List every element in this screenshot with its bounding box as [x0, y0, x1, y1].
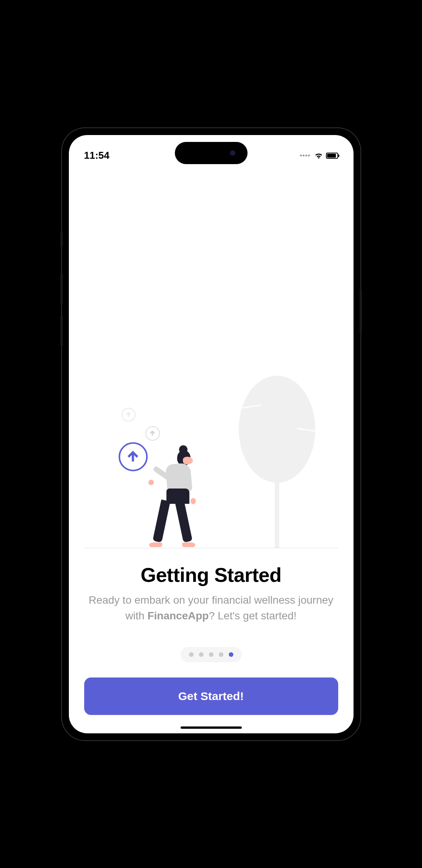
status-icons: [300, 153, 338, 159]
pagination-dots: [181, 647, 242, 662]
home-indicator[interactable]: [181, 726, 242, 729]
get-started-button[interactable]: Get Started!: [84, 677, 338, 715]
page-dot[interactable]: [209, 652, 213, 657]
page-dot[interactable]: [219, 652, 223, 657]
status-time: 11:54: [84, 150, 110, 161]
page-dot[interactable]: [189, 652, 194, 657]
onboarding-content: Getting Started Ready to embark on your …: [69, 166, 354, 733]
battery-icon: [326, 153, 338, 159]
camera-icon: [230, 150, 235, 156]
side-button: [360, 289, 362, 335]
wifi-icon: [314, 153, 323, 159]
side-button: [60, 274, 63, 304]
onboarding-text: Getting Started Ready to embark on your …: [84, 548, 338, 647]
tree-illustration: [239, 376, 315, 548]
cellular-icon: [300, 155, 310, 156]
phone-screen: 11:54: [69, 135, 354, 733]
page-dot[interactable]: [199, 652, 204, 657]
onboarding-heading: Getting Started: [84, 563, 338, 586]
arrow-up-icon: [122, 408, 135, 422]
side-button: [60, 316, 63, 346]
onboarding-subtitle: Ready to embark on your financial wellne…: [84, 593, 338, 624]
arrow-up-icon: [145, 426, 160, 441]
page-dot-active[interactable]: [229, 652, 233, 657]
side-button: [60, 231, 63, 247]
illustration-area: [84, 166, 338, 549]
person-walking-illustration: [142, 448, 199, 548]
phone-frame: 11:54: [62, 128, 360, 740]
dynamic-island: [175, 142, 248, 164]
onboarding-illustration: [84, 365, 338, 548]
